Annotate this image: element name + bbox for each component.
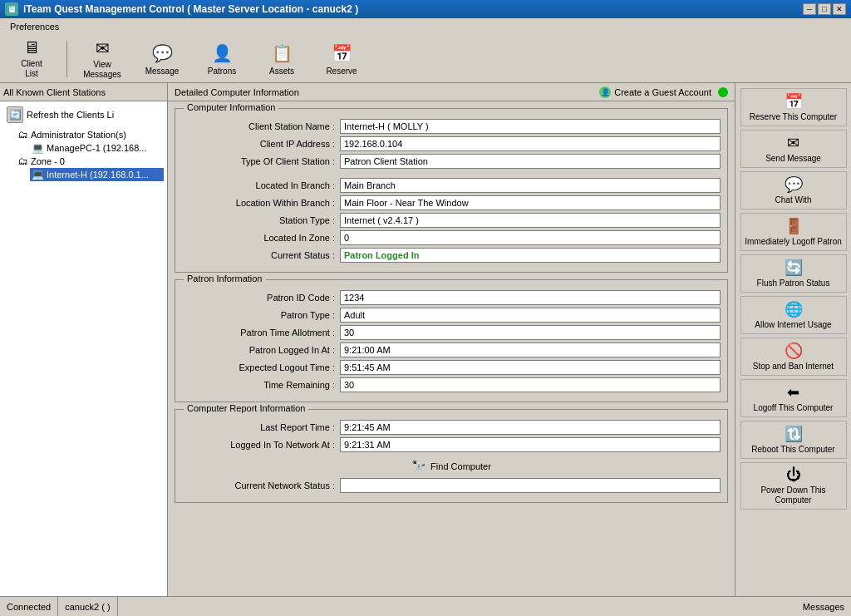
- type-label: Type Of Client Station :: [182, 156, 340, 166]
- chat-with-icon: 💬: [785, 175, 803, 194]
- tree-item-admin[interactable]: 🗂 Administrator Station(s): [17, 128, 164, 141]
- logoff-computer-icon: ⬅: [787, 383, 799, 402]
- chat-with-label: Chat With: [775, 195, 812, 205]
- network-status-value: [340, 478, 721, 493]
- detail-header-text: Detailed Computer Information: [175, 87, 299, 97]
- title-bar: 🖥 iTeam Quest Management Control ( Maste…: [0, 0, 851, 18]
- logged-in-at-label: Patron Logged In At :: [182, 345, 340, 355]
- time-remaining-label: Time Remaining :: [182, 380, 340, 390]
- info-row-ip: Client IP Address : 192.168.0.104: [182, 136, 721, 151]
- logoff-patron-label: Immediately Logoff Patron: [745, 237, 842, 247]
- logged-network-value: 9:21:31 AM: [340, 437, 721, 452]
- patron-info-body: Patron ID Code : 1234 Patron Type : Adul…: [175, 280, 727, 402]
- info-row-network-status: Current Network Status :: [182, 478, 721, 493]
- left-header-text: All Known Client Stations: [3, 87, 106, 97]
- assets-label: Assets: [269, 67, 294, 76]
- binoculars-icon: 🔭: [411, 460, 426, 473]
- title-controls: ─ □ ✕: [803, 3, 846, 15]
- find-computer-button[interactable]: 🔭 Find Computer: [182, 455, 721, 478]
- menu-bar: Preferences: [0, 18, 851, 35]
- branch-label: Located In Branch :: [182, 180, 340, 190]
- ip-value: 192.168.0.104: [340, 136, 721, 151]
- status-messages: Messages: [796, 597, 851, 616]
- main-content: All Known Client Stations 🔄 Refresh the …: [0, 83, 851, 596]
- station-type-value: Internet ( v2.4.17 ): [340, 213, 721, 228]
- detail-content: Computer Information Client Station Name…: [168, 101, 735, 516]
- zone-folder-icon: 🗂: [18, 155, 28, 167]
- toolbar: 🖥 ClientList ✉ ViewMessages 💬 Message 👤 …: [0, 35, 851, 83]
- send-message-button[interactable]: ✉ Send Message: [740, 130, 847, 168]
- admin-folder-icon: 🗂: [18, 129, 28, 140]
- zone-value: 0: [340, 230, 721, 245]
- tree-item-managepc[interactable]: 💻 ManagePC-1 (192.168...: [30, 141, 164, 155]
- toolbar-patrons[interactable]: 👤 Patrons: [195, 38, 248, 80]
- maximize-button[interactable]: □: [818, 3, 831, 15]
- client-list-label: ClientList: [21, 59, 42, 79]
- info-row-logged-in-at: Patron Logged In At : 9:21:00 AM: [182, 342, 721, 357]
- network-status-label: Current Network Status :: [182, 480, 340, 490]
- computer-info-body: Client Station Name : Internet-H ( MOLLY…: [175, 109, 727, 272]
- managepc-label: ManagePC-1 (192.168...: [47, 143, 146, 153]
- computer-report-title: Computer Report Information: [184, 403, 308, 413]
- tree-area: 🔄 Refresh the Clients Li 🗂 Administrator…: [0, 101, 167, 596]
- location-label: Location Within Branch :: [182, 198, 340, 208]
- expected-logout-label: Expected Logout Time :: [182, 362, 340, 372]
- location-value: Main Floor - Near The Window: [340, 195, 721, 210]
- patrons-label: Patrons: [208, 67, 236, 76]
- power-down-button[interactable]: ⏻ Power Down This Computer: [740, 462, 847, 510]
- station-name-label: Client Station Name :: [182, 121, 340, 131]
- client-list-icon: 🖥: [20, 38, 43, 57]
- info-row-last-report: Last Report Time : 9:21:45 AM: [182, 420, 721, 435]
- message-icon: 💬: [150, 42, 174, 65]
- status-connected: Connected: [0, 597, 58, 616]
- allow-internet-label: Allow Internet Usage: [755, 320, 831, 330]
- power-down-label: Power Down This Computer: [745, 485, 843, 505]
- ip-label: Client IP Address :: [182, 139, 340, 149]
- time-remaining-value: 30: [340, 377, 721, 392]
- reboot-computer-button[interactable]: 🔃 Reboot This Computer: [740, 421, 847, 459]
- server-text: canuck2 ( ): [65, 602, 110, 612]
- left-panel-header: All Known Client Stations: [0, 83, 167, 101]
- refresh-clients-button[interactable]: 🔄 Refresh the Clients Li: [3, 105, 164, 125]
- interneth-label: Internet-H (192.168.0.1...: [47, 170, 149, 180]
- info-row-patron-id: Patron ID Code : 1234: [182, 290, 721, 305]
- left-panel: All Known Client Stations 🔄 Refresh the …: [0, 83, 168, 596]
- expected-logout-value: 9:51:45 AM: [340, 360, 721, 375]
- stop-ban-label: Stop and Ban Internet: [753, 362, 834, 372]
- flush-patron-icon: 🔄: [785, 259, 803, 277]
- assets-icon: 📋: [270, 42, 293, 65]
- status-dot: [718, 87, 728, 97]
- flush-patron-label: Flush Patron Status: [757, 278, 830, 288]
- immediately-logoff-button[interactable]: 🚪 Immediately Logoff Patron: [740, 213, 847, 251]
- create-guest-button[interactable]: 👤 Create a Guest Account: [599, 86, 728, 98]
- reserve-computer-icon: 📅: [785, 92, 803, 111]
- type-value: Patron Client Station: [340, 154, 721, 169]
- refresh-icon: 🔄: [7, 106, 23, 123]
- minimize-button[interactable]: ─: [803, 3, 816, 15]
- reboot-computer-label: Reboot This Computer: [751, 445, 834, 455]
- chat-with-button[interactable]: 💬 Chat With: [740, 171, 847, 209]
- toolbar-message[interactable]: 💬 Message: [135, 38, 189, 80]
- allow-internet-icon: 🌐: [785, 300, 803, 318]
- close-button[interactable]: ✕: [833, 3, 846, 15]
- info-row-time-allotment: Patron Time Allotment : 30: [182, 325, 721, 340]
- tree-item-zone0[interactable]: 🗂 Zone - 0: [17, 155, 164, 168]
- toolbar-view-messages[interactable]: ✉ ViewMessages: [76, 38, 129, 80]
- computer-info-section: Computer Information Client Station Name…: [175, 108, 728, 273]
- status-label: Current Status :: [182, 250, 340, 260]
- stop-ban-internet-button[interactable]: 🚫 Stop and Ban Internet: [740, 338, 847, 376]
- reserve-computer-button[interactable]: 📅 Reserve This Computer: [740, 88, 847, 126]
- tree-item-interneth[interactable]: 💻 Internet-H (192.168.0.1...: [30, 168, 164, 181]
- toolbar-client-list[interactable]: 🖥 ClientList: [5, 38, 58, 80]
- admin-label: Administrator Station(s): [31, 130, 126, 140]
- patron-info-title: Patron Information: [184, 274, 266, 283]
- flush-patron-button[interactable]: 🔄 Flush Patron Status: [740, 254, 847, 293]
- info-row-zone: Located In Zone : 0: [182, 230, 721, 245]
- toolbar-assets[interactable]: 📋 Assets: [255, 38, 308, 80]
- menu-preferences[interactable]: Preferences: [5, 20, 64, 33]
- toolbar-reserve[interactable]: 📅 Reserve: [315, 38, 368, 80]
- interneth-icon: 💻: [32, 169, 44, 180]
- logoff-computer-button[interactable]: ⬅ Logoff This Computer: [740, 379, 847, 417]
- allow-internet-button[interactable]: 🌐 Allow Internet Usage: [740, 296, 847, 334]
- info-row-logged-network: Logged In To Network At : 9:21:31 AM: [182, 437, 721, 452]
